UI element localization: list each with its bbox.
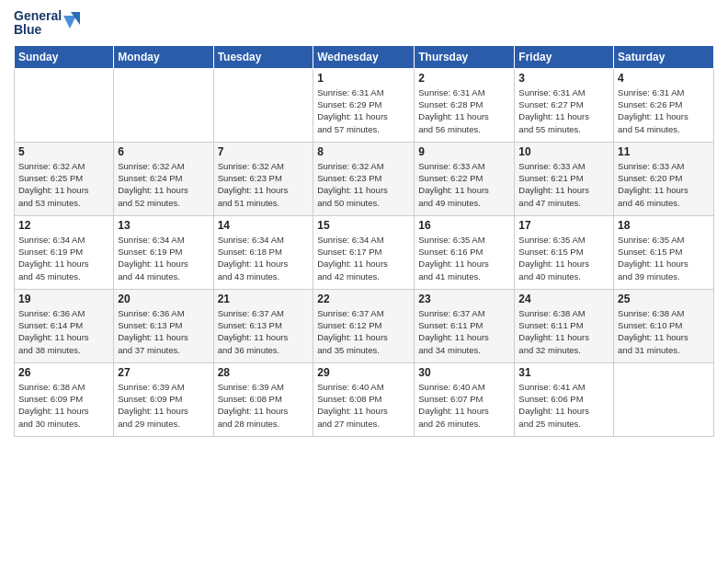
calendar-cell: 26Sunrise: 6:38 AM Sunset: 6:09 PM Dayli…	[15, 362, 114, 436]
day-number: 4	[618, 72, 710, 85]
calendar-cell: 4Sunrise: 6:31 AM Sunset: 6:26 PM Daylig…	[614, 68, 714, 142]
day-info: Sunrise: 6:35 AM Sunset: 6:15 PM Dayligh…	[518, 234, 609, 282]
calendar-week-2: 5Sunrise: 6:32 AM Sunset: 6:25 PM Daylig…	[15, 142, 714, 215]
calendar-cell: 31Sunrise: 6:41 AM Sunset: 6:06 PM Dayli…	[515, 362, 614, 436]
day-number: 25	[618, 293, 710, 305]
calendar-cell: 29Sunrise: 6:40 AM Sunset: 6:08 PM Dayli…	[313, 362, 415, 436]
day-info: Sunrise: 6:32 AM Sunset: 6:23 PM Dayligh…	[317, 160, 410, 209]
calendar-cell: 28Sunrise: 6:39 AM Sunset: 6:08 PM Dayli…	[213, 362, 313, 436]
day-number: 14	[218, 219, 310, 232]
calendar-cell: 23Sunrise: 6:37 AM Sunset: 6:11 PM Dayli…	[415, 289, 515, 362]
day-number: 31	[518, 366, 609, 379]
calendar-cell	[213, 68, 313, 142]
day-info: Sunrise: 6:34 AM Sunset: 6:17 PM Dayligh…	[317, 234, 410, 282]
day-info: Sunrise: 6:31 AM Sunset: 6:28 PM Dayligh…	[418, 86, 510, 135]
weekday-thursday: Thursday	[415, 45, 515, 68]
calendar-cell	[614, 362, 714, 436]
day-number: 12	[18, 219, 109, 232]
day-number: 9	[418, 145, 510, 158]
weekday-monday: Monday	[114, 45, 213, 68]
day-info: Sunrise: 6:35 AM Sunset: 6:15 PM Dayligh…	[618, 234, 710, 282]
day-info: Sunrise: 6:32 AM Sunset: 6:25 PM Dayligh…	[18, 160, 109, 209]
day-info: Sunrise: 6:34 AM Sunset: 6:19 PM Dayligh…	[18, 234, 109, 282]
day-number: 28	[218, 366, 310, 379]
day-number: 7	[218, 145, 310, 158]
day-info: Sunrise: 6:40 AM Sunset: 6:08 PM Dayligh…	[317, 381, 410, 430]
logo-triangle-icon	[63, 10, 82, 36]
day-info: Sunrise: 6:36 AM Sunset: 6:14 PM Dayligh…	[18, 307, 109, 356]
weekday-friday: Friday	[515, 45, 614, 68]
weekday-saturday: Saturday	[614, 45, 714, 68]
calendar-cell: 25Sunrise: 6:38 AM Sunset: 6:10 PM Dayli…	[614, 289, 714, 362]
day-info: Sunrise: 6:31 AM Sunset: 6:27 PM Dayligh…	[518, 86, 609, 135]
calendar-cell: 27Sunrise: 6:39 AM Sunset: 6:09 PM Dayli…	[114, 362, 213, 436]
day-number: 29	[317, 366, 410, 379]
day-info: Sunrise: 6:37 AM Sunset: 6:13 PM Dayligh…	[218, 307, 310, 356]
svg-marker-0	[63, 16, 76, 29]
day-number: 13	[118, 219, 209, 232]
calendar-cell: 5Sunrise: 6:32 AM Sunset: 6:25 PM Daylig…	[15, 142, 114, 215]
day-info: Sunrise: 6:38 AM Sunset: 6:10 PM Dayligh…	[618, 307, 710, 356]
calendar-cell: 24Sunrise: 6:38 AM Sunset: 6:11 PM Dayli…	[515, 289, 614, 362]
calendar-week-3: 12Sunrise: 6:34 AM Sunset: 6:19 PM Dayli…	[15, 215, 714, 289]
calendar-cell: 16Sunrise: 6:35 AM Sunset: 6:16 PM Dayli…	[415, 215, 515, 289]
day-number: 5	[18, 145, 109, 158]
calendar-cell: 14Sunrise: 6:34 AM Sunset: 6:18 PM Dayli…	[213, 215, 313, 289]
calendar-cell	[15, 68, 114, 142]
day-number: 19	[18, 293, 109, 305]
calendar-cell: 21Sunrise: 6:37 AM Sunset: 6:13 PM Dayli…	[213, 289, 313, 362]
day-info: Sunrise: 6:32 AM Sunset: 6:24 PM Dayligh…	[118, 160, 209, 209]
day-number: 2	[418, 72, 510, 85]
calendar-week-1: 1Sunrise: 6:31 AM Sunset: 6:29 PM Daylig…	[15, 68, 714, 142]
day-number: 3	[518, 72, 609, 85]
day-number: 17	[518, 219, 609, 232]
calendar-cell: 22Sunrise: 6:37 AM Sunset: 6:12 PM Dayli…	[313, 289, 415, 362]
calendar-cell: 15Sunrise: 6:34 AM Sunset: 6:17 PM Dayli…	[313, 215, 415, 289]
weekday-wednesday: Wednesday	[313, 45, 415, 68]
calendar-cell: 13Sunrise: 6:34 AM Sunset: 6:19 PM Dayli…	[114, 215, 213, 289]
calendar-cell: 8Sunrise: 6:32 AM Sunset: 6:23 PM Daylig…	[313, 142, 415, 215]
day-number: 15	[317, 219, 410, 232]
day-number: 10	[518, 145, 609, 158]
calendar-cell: 3Sunrise: 6:31 AM Sunset: 6:27 PM Daylig…	[515, 68, 614, 142]
day-info: Sunrise: 6:31 AM Sunset: 6:26 PM Dayligh…	[618, 86, 710, 135]
logo-line2: Blue	[14, 23, 41, 37]
weekday-row: SundayMondayTuesdayWednesdayThursdayFrid…	[15, 45, 714, 68]
day-number: 16	[418, 219, 510, 232]
calendar-table: SundayMondayTuesdayWednesdayThursdayFrid…	[14, 45, 714, 437]
day-number: 11	[618, 145, 710, 158]
day-number: 22	[317, 293, 410, 305]
day-info: Sunrise: 6:41 AM Sunset: 6:06 PM Dayligh…	[518, 381, 609, 430]
logo: GeneralBlue	[14, 9, 82, 38]
day-info: Sunrise: 6:36 AM Sunset: 6:13 PM Dayligh…	[118, 307, 209, 356]
day-info: Sunrise: 6:35 AM Sunset: 6:16 PM Dayligh…	[418, 234, 510, 282]
calendar-header: SundayMondayTuesdayWednesdayThursdayFrid…	[15, 45, 714, 68]
day-info: Sunrise: 6:32 AM Sunset: 6:23 PM Dayligh…	[218, 160, 310, 209]
calendar-cell: 2Sunrise: 6:31 AM Sunset: 6:28 PM Daylig…	[415, 68, 515, 142]
day-info: Sunrise: 6:37 AM Sunset: 6:12 PM Dayligh…	[317, 307, 410, 356]
day-info: Sunrise: 6:40 AM Sunset: 6:07 PM Dayligh…	[418, 381, 510, 430]
calendar-cell: 9Sunrise: 6:33 AM Sunset: 6:22 PM Daylig…	[415, 142, 515, 215]
day-info: Sunrise: 6:34 AM Sunset: 6:19 PM Dayligh…	[118, 234, 209, 282]
day-number: 20	[118, 293, 209, 305]
calendar-cell: 30Sunrise: 6:40 AM Sunset: 6:07 PM Dayli…	[415, 362, 515, 436]
calendar-cell: 18Sunrise: 6:35 AM Sunset: 6:15 PM Dayli…	[614, 215, 714, 289]
calendar-cell: 19Sunrise: 6:36 AM Sunset: 6:14 PM Dayli…	[15, 289, 114, 362]
day-info: Sunrise: 6:38 AM Sunset: 6:11 PM Dayligh…	[518, 307, 609, 356]
day-info: Sunrise: 6:39 AM Sunset: 6:08 PM Dayligh…	[218, 381, 310, 430]
header: GeneralBlue	[14, 9, 714, 38]
calendar-cell: 17Sunrise: 6:35 AM Sunset: 6:15 PM Dayli…	[515, 215, 614, 289]
calendar-cell: 1Sunrise: 6:31 AM Sunset: 6:29 PM Daylig…	[313, 68, 415, 142]
day-info: Sunrise: 6:31 AM Sunset: 6:29 PM Dayligh…	[317, 86, 410, 135]
day-number: 1	[317, 72, 410, 85]
day-number: 21	[218, 293, 310, 305]
day-number: 30	[418, 366, 510, 379]
calendar-cell: 6Sunrise: 6:32 AM Sunset: 6:24 PM Daylig…	[114, 142, 213, 215]
calendar-week-4: 19Sunrise: 6:36 AM Sunset: 6:14 PM Dayli…	[15, 289, 714, 362]
day-info: Sunrise: 6:38 AM Sunset: 6:09 PM Dayligh…	[18, 381, 109, 430]
day-number: 18	[618, 219, 710, 232]
calendar-cell: 20Sunrise: 6:36 AM Sunset: 6:13 PM Dayli…	[114, 289, 213, 362]
calendar-cell	[114, 68, 213, 142]
calendar-cell: 10Sunrise: 6:33 AM Sunset: 6:21 PM Dayli…	[515, 142, 614, 215]
day-info: Sunrise: 6:37 AM Sunset: 6:11 PM Dayligh…	[418, 307, 510, 356]
